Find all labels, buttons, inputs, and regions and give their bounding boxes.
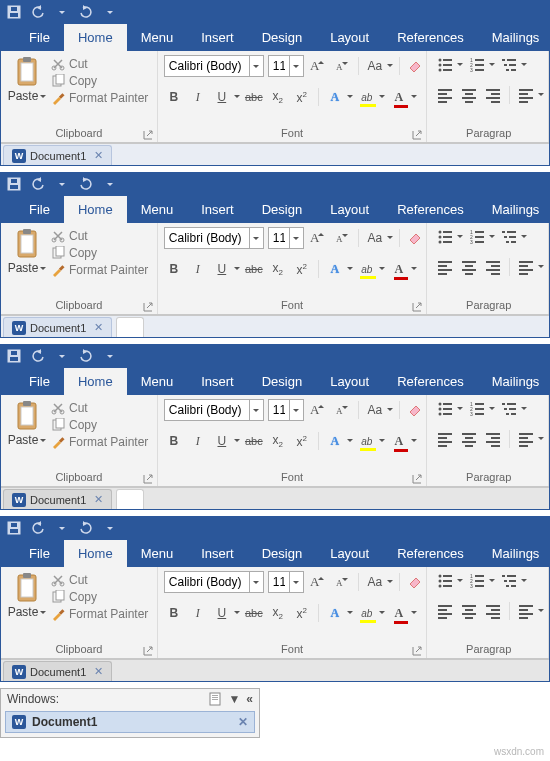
shrink-font-button[interactable] xyxy=(332,572,352,592)
windows-panel-item[interactable]: WDocument1 ✕ xyxy=(5,711,255,733)
subscript-button[interactable]: x2 xyxy=(268,431,288,451)
cut-button[interactable]: Cut xyxy=(51,573,148,587)
paste-dd-icon[interactable] xyxy=(40,92,46,101)
align-center-button[interactable] xyxy=(459,601,479,621)
font-name-combo[interactable] xyxy=(164,55,264,77)
line-spacing-button[interactable] xyxy=(516,85,536,105)
align-left-button[interactable] xyxy=(435,85,455,105)
tab-insert[interactable]: Insert xyxy=(187,540,248,567)
tab-mailings[interactable]: Mailings xyxy=(478,368,550,395)
tab-references[interactable]: References xyxy=(383,368,477,395)
align-center-button[interactable] xyxy=(459,257,479,277)
shrink-font-button[interactable] xyxy=(332,56,352,76)
font-size-input[interactable] xyxy=(269,400,289,420)
font-name-combo[interactable] xyxy=(164,227,264,249)
save-icon[interactable] xyxy=(7,521,21,535)
panel-doc-icon[interactable] xyxy=(208,692,222,706)
tab-layout[interactable]: Layout xyxy=(316,24,383,51)
bold-button[interactable]: B xyxy=(164,431,184,451)
align-center-button[interactable] xyxy=(459,85,479,105)
save-icon[interactable] xyxy=(7,5,21,19)
superscript-button[interactable]: x2 xyxy=(292,603,312,623)
qat-customize-icon[interactable] xyxy=(103,177,117,191)
redo-icon[interactable] xyxy=(79,521,93,535)
font-color-button[interactable]: A xyxy=(389,431,409,451)
align-left-button[interactable] xyxy=(435,429,455,449)
close-tab-icon[interactable]: ✕ xyxy=(94,321,103,334)
qat-customize-icon[interactable] xyxy=(103,5,117,19)
align-left-button[interactable] xyxy=(435,257,455,277)
qat-customize-icon[interactable] xyxy=(103,521,117,535)
tab-references[interactable]: References xyxy=(383,196,477,223)
font-launcher-icon[interactable] xyxy=(412,302,422,312)
undo-dd-icon[interactable] xyxy=(55,349,69,363)
bold-button[interactable]: B xyxy=(164,259,184,279)
underline-button[interactable]: U xyxy=(212,259,232,279)
tab-mailings[interactable]: Mailings xyxy=(478,540,550,567)
clipboard-launcher-icon[interactable] xyxy=(143,646,153,656)
close-icon[interactable]: ✕ xyxy=(238,715,248,729)
bullets-button[interactable] xyxy=(435,55,455,75)
close-tab-icon[interactable]: ✕ xyxy=(94,493,103,506)
numbering-button[interactable] xyxy=(467,227,487,247)
copy-button[interactable]: Copy xyxy=(51,590,148,604)
redo-icon[interactable] xyxy=(79,5,93,19)
highlight-button[interactable]: ab xyxy=(357,603,377,623)
align-right-button[interactable] xyxy=(483,601,503,621)
paste-button[interactable]: Paste xyxy=(7,399,47,447)
numbering-button[interactable] xyxy=(467,399,487,419)
format-painter-button[interactable]: Format Painter xyxy=(51,435,148,449)
undo-icon[interactable] xyxy=(31,5,45,19)
font-size-dd-icon[interactable] xyxy=(289,228,303,248)
tab-home[interactable]: Home xyxy=(64,24,127,51)
highlight-button[interactable]: ab xyxy=(357,259,377,279)
copy-button[interactable]: Copy xyxy=(51,74,148,88)
clear-format-button[interactable] xyxy=(406,400,426,420)
font-size-dd-icon[interactable] xyxy=(289,572,303,592)
bold-button[interactable]: B xyxy=(164,87,184,107)
tab-design[interactable]: Design xyxy=(248,24,316,51)
align-left-button[interactable] xyxy=(435,601,455,621)
tab-layout[interactable]: Layout xyxy=(316,540,383,567)
font-launcher-icon[interactable] xyxy=(412,646,422,656)
undo-icon[interactable] xyxy=(31,349,45,363)
format-painter-button[interactable]: Format Painter xyxy=(51,263,148,277)
tab-layout[interactable]: Layout xyxy=(316,196,383,223)
text-effects-button[interactable]: A xyxy=(325,603,345,623)
clear-format-button[interactable] xyxy=(406,228,426,248)
align-right-button[interactable] xyxy=(483,429,503,449)
italic-button[interactable]: I xyxy=(188,87,208,107)
tab-insert[interactable]: Insert xyxy=(187,368,248,395)
strike-button[interactable]: abc xyxy=(244,87,264,107)
highlight-button[interactable]: ab xyxy=(357,87,377,107)
close-tab-icon[interactable]: ✕ xyxy=(94,149,103,162)
numbering-button[interactable] xyxy=(467,571,487,591)
tab-menu[interactable]: Menu xyxy=(127,24,188,51)
bullets-button[interactable] xyxy=(435,571,455,591)
tab-file[interactable]: File xyxy=(15,368,64,395)
font-name-dd-icon[interactable] xyxy=(249,400,263,420)
format-painter-button[interactable]: Format Painter xyxy=(51,607,148,621)
text-effects-button[interactable]: A xyxy=(325,259,345,279)
multilevel-button[interactable] xyxy=(499,571,519,591)
document-tab[interactable]: W Document1 ✕ xyxy=(3,661,112,681)
superscript-button[interactable]: x2 xyxy=(292,431,312,451)
font-launcher-icon[interactable] xyxy=(412,474,422,484)
tab-file[interactable]: File xyxy=(15,24,64,51)
close-tab-icon[interactable]: ✕ xyxy=(94,665,103,678)
clear-format-button[interactable] xyxy=(406,572,426,592)
font-size-combo[interactable] xyxy=(268,55,304,77)
subscript-button[interactable]: x2 xyxy=(268,259,288,279)
multilevel-button[interactable] xyxy=(499,55,519,75)
superscript-button[interactable]: x2 xyxy=(292,259,312,279)
tab-menu[interactable]: Menu xyxy=(127,196,188,223)
clipboard-launcher-icon[interactable] xyxy=(143,302,153,312)
highlight-button[interactable]: ab xyxy=(357,431,377,451)
text-effects-button[interactable]: A xyxy=(325,431,345,451)
redo-icon[interactable] xyxy=(79,349,93,363)
copy-button[interactable]: Copy xyxy=(51,418,148,432)
cut-button[interactable]: Cut xyxy=(51,229,148,243)
save-icon[interactable] xyxy=(7,349,21,363)
italic-button[interactable]: I xyxy=(188,431,208,451)
change-case-button[interactable]: Aa xyxy=(365,400,385,420)
